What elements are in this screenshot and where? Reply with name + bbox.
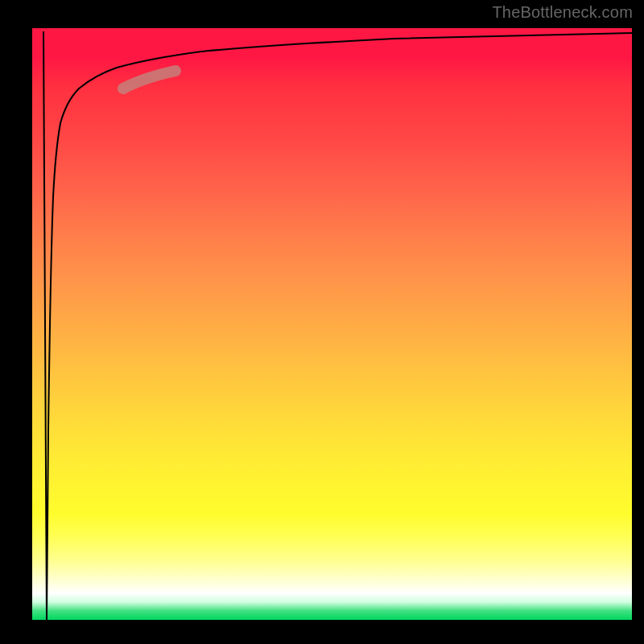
chart-plot-area bbox=[32, 28, 632, 620]
curve-highlight bbox=[123, 71, 175, 89]
chart-curve-svg bbox=[32, 28, 632, 620]
curve-main bbox=[43, 31, 632, 620]
watermark-text: TheBottleneck.com bbox=[492, 3, 633, 22]
